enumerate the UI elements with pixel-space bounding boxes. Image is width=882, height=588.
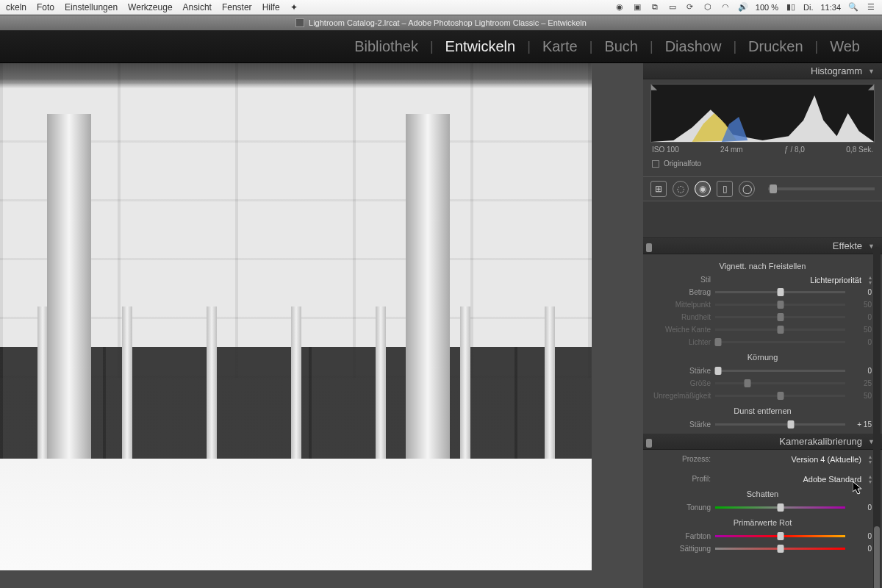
spot-tool[interactable]: ◌ xyxy=(673,181,689,197)
radial-tool[interactable]: ◯ xyxy=(739,181,755,197)
effects-title: Effekte xyxy=(833,240,862,251)
grain-label: Unregelmäßigkeit xyxy=(653,392,711,400)
grain-slider[interactable] xyxy=(715,370,845,372)
vignette-slider[interactable] xyxy=(715,316,845,318)
panel-scrollbar[interactable] xyxy=(873,247,881,588)
module-buch[interactable]: Buch xyxy=(592,38,650,55)
module-bibliothek[interactable]: Bibliothek xyxy=(343,38,430,55)
volume-icon[interactable]: 🔊 xyxy=(738,2,748,12)
calibration-switch[interactable] xyxy=(646,439,652,448)
playback-icon[interactable]: ▣ xyxy=(632,2,642,12)
battery-percent[interactable]: 100 % xyxy=(756,3,778,12)
shadows-title: Schatten xyxy=(653,490,872,498)
menu-item[interactable]: ckeln xyxy=(6,2,26,12)
red-sat-value: 0 xyxy=(850,545,872,553)
spotlight-icon[interactable]: 🔍 xyxy=(848,2,858,12)
menu-item[interactable]: Ansicht xyxy=(183,2,212,12)
process-dropdown[interactable]: Version 4 (Aktuelle) xyxy=(715,455,864,464)
menubar-day[interactable]: Di. xyxy=(803,3,813,12)
process-label: Prozess: xyxy=(653,455,711,463)
module-diashow[interactable]: Diashow xyxy=(653,38,734,55)
vignette-label: Mittelpunkt xyxy=(653,301,711,309)
red-hue-label: Farbton xyxy=(653,532,711,540)
dropdown-arrows-icon: ▴▾ xyxy=(869,454,872,465)
chevron-down-icon: ▼ xyxy=(868,68,875,75)
sync-icon[interactable]: ⟳ xyxy=(685,2,695,12)
vignette-section: Vignett. nach Freistellen Stil Lichterpr… xyxy=(643,254,882,434)
vignette-label: Lichter xyxy=(653,338,711,346)
calibration-section: Prozess: Version 4 (Aktuelle) ▴▾ Profil:… xyxy=(643,450,882,558)
grain-value: 50 xyxy=(850,392,872,400)
histogram-panel: ISO 100 24 mm ƒ / 8,0 0,8 Sek. Originalf… xyxy=(643,79,882,176)
dehaze-label: Stärke xyxy=(653,420,711,429)
module-karte[interactable]: Karte xyxy=(531,38,589,55)
vignette-slider[interactable] xyxy=(715,304,845,306)
vignette-label: Betrag xyxy=(653,288,711,296)
red-primary-title: Primärwerte Rot xyxy=(653,518,872,527)
red-sat-slider[interactable] xyxy=(715,548,845,550)
vignette-title: Vignett. nach Freistellen xyxy=(653,262,872,270)
svg-marker-4 xyxy=(868,85,874,90)
module-web[interactable]: Web xyxy=(818,38,872,55)
wifi-icon[interactable]: ◠ xyxy=(720,2,731,12)
shadows-tint-slider[interactable] xyxy=(715,506,845,509)
svg-marker-0 xyxy=(651,96,874,142)
vignette-slider[interactable] xyxy=(715,341,845,343)
script-icon[interactable]: ✦ xyxy=(290,2,298,12)
profile-label: Profil: xyxy=(653,475,711,483)
histogram-title: Histogramm xyxy=(811,65,862,76)
vignette-slider[interactable] xyxy=(715,329,845,331)
menu-item[interactable]: Einstellungen xyxy=(65,2,118,12)
crop-tool[interactable]: ⊞ xyxy=(650,181,667,197)
display-icon[interactable]: ▭ xyxy=(667,2,678,12)
redeye-tool[interactable]: ◉ xyxy=(695,181,711,197)
grain-slider[interactable] xyxy=(715,382,845,384)
original-label: Originalfoto xyxy=(664,159,701,168)
menu-item[interactable]: Fenster xyxy=(222,2,252,12)
vignette-label: Rundheit xyxy=(653,313,711,321)
shadows-tint-value: 0 xyxy=(850,503,872,512)
red-hue-slider[interactable] xyxy=(715,535,845,537)
histo-iso: ISO 100 xyxy=(652,146,679,154)
vignette-slider[interactable] xyxy=(715,291,845,293)
develop-right-panel: Histogramm ▼ ISO 100 24 mm ƒ / 8,0 0,8 S… xyxy=(643,63,882,588)
image-preview[interactable] xyxy=(0,63,643,588)
module-drucken[interactable]: Drucken xyxy=(736,38,814,55)
grain-slider[interactable] xyxy=(715,395,845,397)
original-checkbox[interactable] xyxy=(652,160,659,168)
menu-item[interactable]: Foto xyxy=(37,2,54,12)
dehaze-value: + 15 xyxy=(850,420,872,429)
profile-dropdown[interactable]: Adobe Standard xyxy=(715,475,864,484)
histo-aperture: ƒ / 8,0 xyxy=(784,146,805,154)
scrollbar-thumb[interactable] xyxy=(874,526,880,588)
photo-content xyxy=(0,63,592,570)
shadows-tint-label: Tonung xyxy=(653,503,711,512)
bookmark-icon[interactable]: ⧉ xyxy=(650,2,660,12)
battery-icon[interactable]: ▮▯ xyxy=(786,2,796,12)
effects-panel-header[interactable]: Effekte ▼ xyxy=(643,238,882,254)
red-hue-value: 0 xyxy=(850,532,872,540)
dropbox-icon[interactable]: ⬡ xyxy=(703,2,713,12)
menu-item[interactable]: Hilfe xyxy=(262,2,280,12)
grain-title: Körnung xyxy=(653,353,872,362)
module-picker: Bibliothek| Entwickeln| Karte| Buch| Dia… xyxy=(0,31,882,63)
cc-icon[interactable]: ◉ xyxy=(614,2,625,12)
histogram-graph[interactable] xyxy=(650,84,875,143)
module-entwickeln[interactable]: Entwickeln xyxy=(434,38,528,55)
gradient-tool[interactable]: ▯ xyxy=(717,181,733,197)
menu-item[interactable]: Werkzeuge xyxy=(128,2,172,12)
app-icon xyxy=(295,18,304,27)
vignette-value: 50 xyxy=(850,326,872,334)
histo-shutter: 0,8 Sek. xyxy=(846,146,873,154)
grain-label: Größe xyxy=(653,379,711,387)
style-dropdown[interactable]: Lichterpriorität xyxy=(715,276,864,284)
dehaze-slider[interactable] xyxy=(715,423,845,426)
menubar-time[interactable]: 11:34 xyxy=(820,3,841,12)
histogram-panel-header[interactable]: Histogramm ▼ xyxy=(643,63,882,79)
calibration-panel-header[interactable]: Kamerakalibrierung ▼ xyxy=(643,434,882,450)
tool-size-slider[interactable] xyxy=(768,187,875,190)
main-area: Histogramm ▼ ISO 100 24 mm ƒ / 8,0 0,8 S… xyxy=(0,63,882,588)
effects-switch[interactable] xyxy=(646,243,652,252)
grain-value: 25 xyxy=(850,379,872,387)
menu-icon[interactable]: ☰ xyxy=(866,2,876,12)
